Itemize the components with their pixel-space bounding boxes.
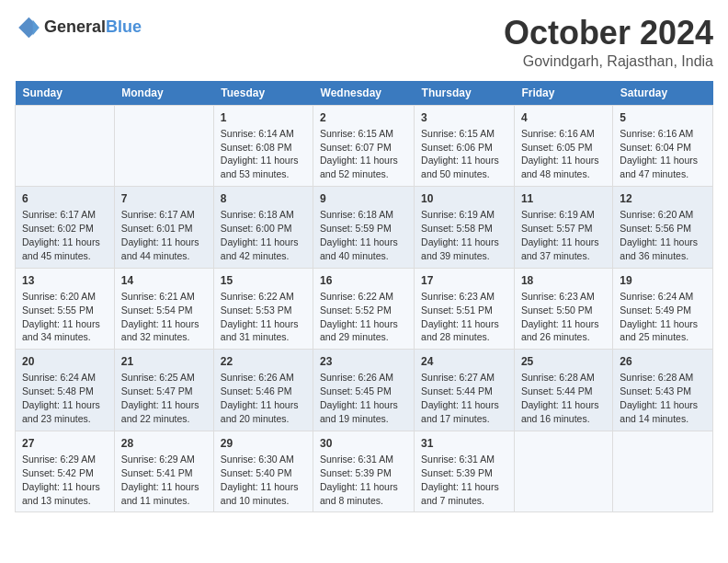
calendar-cell: 2Sunrise: 6:15 AMSunset: 6:07 PMDaylight… <box>313 105 415 187</box>
calendar-cell: 17Sunrise: 6:23 AMSunset: 5:51 PMDayligh… <box>415 268 515 350</box>
month-title: October 2024 <box>504 15 713 52</box>
sunrise-text: Sunrise: 6:26 AMSunset: 5:45 PMDaylight:… <box>320 372 398 424</box>
calendar-cell: 26Sunrise: 6:28 AMSunset: 5:43 PMDayligh… <box>613 350 713 431</box>
day-number: 25 <box>521 354 606 369</box>
title-block: October 2024 Govindgarh, Rajasthan, Indi… <box>504 15 713 70</box>
sunrise-text: Sunrise: 6:18 AMSunset: 5:59 PMDaylight:… <box>320 209 398 261</box>
day-number: 6 <box>22 191 108 206</box>
sunrise-text: Sunrise: 6:17 AMSunset: 6:01 PMDaylight:… <box>121 209 199 261</box>
sunrise-text: Sunrise: 6:20 AMSunset: 5:55 PMDaylight:… <box>22 291 100 343</box>
week-row-4: 20Sunrise: 6:24 AMSunset: 5:48 PMDayligh… <box>16 350 713 431</box>
day-number: 21 <box>121 354 207 369</box>
calendar-cell: 3Sunrise: 6:15 AMSunset: 6:06 PMDaylight… <box>415 105 515 187</box>
location-subtitle: Govindgarh, Rajasthan, India <box>504 53 713 70</box>
calendar-cell: 24Sunrise: 6:27 AMSunset: 5:44 PMDayligh… <box>415 350 515 431</box>
sunrise-text: Sunrise: 6:22 AMSunset: 5:53 PMDaylight:… <box>221 291 299 343</box>
calendar-cell: 15Sunrise: 6:22 AMSunset: 5:53 PMDayligh… <box>213 268 313 350</box>
day-number: 1 <box>221 110 306 125</box>
week-row-1: 1Sunrise: 6:14 AMSunset: 6:08 PMDaylight… <box>16 105 713 187</box>
calendar-cell: 8Sunrise: 6:18 AMSunset: 6:00 PMDaylight… <box>213 187 313 269</box>
sunrise-text: Sunrise: 6:28 AMSunset: 5:43 PMDaylight:… <box>620 372 698 424</box>
day-number: 18 <box>521 273 606 288</box>
sunrise-text: Sunrise: 6:19 AMSunset: 5:57 PMDaylight:… <box>521 209 599 261</box>
calendar-cell: 9Sunrise: 6:18 AMSunset: 5:59 PMDaylight… <box>313 187 415 269</box>
sunrise-text: Sunrise: 6:22 AMSunset: 5:52 PMDaylight:… <box>320 291 398 343</box>
calendar-cell: 18Sunrise: 6:23 AMSunset: 5:50 PMDayligh… <box>514 268 612 350</box>
logo-blue: Blue <box>106 18 142 37</box>
day-number: 28 <box>121 436 207 451</box>
day-number: 26 <box>620 354 706 369</box>
header-friday: Friday <box>514 81 612 106</box>
day-number: 30 <box>320 436 407 451</box>
sunrise-text: Sunrise: 6:18 AMSunset: 6:00 PMDaylight:… <box>221 209 299 261</box>
calendar-cell: 21Sunrise: 6:25 AMSunset: 5:47 PMDayligh… <box>114 350 213 431</box>
calendar-cell: 19Sunrise: 6:24 AMSunset: 5:49 PMDayligh… <box>613 268 713 350</box>
sunrise-text: Sunrise: 6:19 AMSunset: 5:58 PMDaylight:… <box>421 209 499 261</box>
day-number: 23 <box>320 354 407 369</box>
calendar-header-row: SundayMondayTuesdayWednesdayThursdayFrid… <box>16 81 713 106</box>
calendar-cell: 29Sunrise: 6:30 AMSunset: 5:40 PMDayligh… <box>213 431 313 512</box>
logo-icon <box>15 15 40 40</box>
calendar-cell: 7Sunrise: 6:17 AMSunset: 6:01 PMDaylight… <box>114 187 213 269</box>
day-number: 19 <box>620 273 706 288</box>
calendar-cell: 14Sunrise: 6:21 AMSunset: 5:54 PMDayligh… <box>114 268 213 350</box>
calendar-cell: 4Sunrise: 6:16 AMSunset: 6:05 PMDaylight… <box>514 105 612 187</box>
day-number: 15 <box>221 273 306 288</box>
sunrise-text: Sunrise: 6:28 AMSunset: 5:44 PMDaylight:… <box>521 372 599 424</box>
sunrise-text: Sunrise: 6:15 AMSunset: 6:07 PMDaylight:… <box>320 128 398 180</box>
sunrise-text: Sunrise: 6:16 AMSunset: 6:05 PMDaylight:… <box>521 128 599 180</box>
calendar-cell: 20Sunrise: 6:24 AMSunset: 5:48 PMDayligh… <box>16 350 115 431</box>
day-number: 3 <box>421 110 507 125</box>
day-number: 10 <box>421 191 507 206</box>
header-wednesday: Wednesday <box>313 81 415 106</box>
calendar-cell: 27Sunrise: 6:29 AMSunset: 5:42 PMDayligh… <box>16 431 115 512</box>
day-number: 12 <box>620 191 706 206</box>
week-row-3: 13Sunrise: 6:20 AMSunset: 5:55 PMDayligh… <box>16 268 713 350</box>
calendar-cell <box>16 105 115 187</box>
calendar-cell: 6Sunrise: 6:17 AMSunset: 6:02 PMDaylight… <box>16 187 115 269</box>
calendar-cell: 23Sunrise: 6:26 AMSunset: 5:45 PMDayligh… <box>313 350 415 431</box>
calendar-cell: 28Sunrise: 6:29 AMSunset: 5:41 PMDayligh… <box>114 431 213 512</box>
day-number: 29 <box>221 436 306 451</box>
calendar-cell: 11Sunrise: 6:19 AMSunset: 5:57 PMDayligh… <box>514 187 612 269</box>
calendar-cell: 1Sunrise: 6:14 AMSunset: 6:08 PMDaylight… <box>213 105 313 187</box>
sunrise-text: Sunrise: 6:29 AMSunset: 5:41 PMDaylight:… <box>121 454 199 506</box>
logo-general: General <box>44 18 106 37</box>
sunrise-text: Sunrise: 6:20 AMSunset: 5:56 PMDaylight:… <box>620 209 698 261</box>
calendar-cell: 12Sunrise: 6:20 AMSunset: 5:56 PMDayligh… <box>613 187 713 269</box>
header-saturday: Saturday <box>613 81 713 106</box>
calendar-cell: 5Sunrise: 6:16 AMSunset: 6:04 PMDaylight… <box>613 105 713 187</box>
header-sunday: Sunday <box>16 81 115 106</box>
sunrise-text: Sunrise: 6:16 AMSunset: 6:04 PMDaylight:… <box>620 128 698 180</box>
day-number: 8 <box>221 191 306 206</box>
calendar-cell <box>613 431 713 512</box>
calendar-cell: 30Sunrise: 6:31 AMSunset: 5:39 PMDayligh… <box>313 431 415 512</box>
day-number: 7 <box>121 191 207 206</box>
sunrise-text: Sunrise: 6:26 AMSunset: 5:46 PMDaylight:… <box>221 372 299 424</box>
sunrise-text: Sunrise: 6:27 AMSunset: 5:44 PMDaylight:… <box>421 372 499 424</box>
sunrise-text: Sunrise: 6:24 AMSunset: 5:49 PMDaylight:… <box>620 291 698 343</box>
day-number: 20 <box>22 354 108 369</box>
sunrise-text: Sunrise: 6:21 AMSunset: 5:54 PMDaylight:… <box>121 291 199 343</box>
sunrise-text: Sunrise: 6:31 AMSunset: 5:39 PMDaylight:… <box>421 454 499 506</box>
day-number: 11 <box>521 191 606 206</box>
day-number: 27 <box>22 436 108 451</box>
day-number: 13 <box>22 273 108 288</box>
logo: General Blue <box>15 15 142 40</box>
calendar-table: SundayMondayTuesdayWednesdayThursdayFrid… <box>15 81 713 513</box>
day-number: 14 <box>121 273 207 288</box>
sunrise-text: Sunrise: 6:24 AMSunset: 5:48 PMDaylight:… <box>22 372 100 424</box>
page-header: General Blue October 2024 Govindgarh, Ra… <box>15 15 713 70</box>
calendar-cell: 22Sunrise: 6:26 AMSunset: 5:46 PMDayligh… <box>213 350 313 431</box>
day-number: 2 <box>320 110 407 125</box>
sunrise-text: Sunrise: 6:23 AMSunset: 5:50 PMDaylight:… <box>521 291 599 343</box>
day-number: 24 <box>421 354 507 369</box>
calendar-cell <box>514 431 612 512</box>
sunrise-text: Sunrise: 6:29 AMSunset: 5:42 PMDaylight:… <box>22 454 100 506</box>
sunrise-text: Sunrise: 6:31 AMSunset: 5:39 PMDaylight:… <box>320 454 398 506</box>
calendar-cell: 16Sunrise: 6:22 AMSunset: 5:52 PMDayligh… <box>313 268 415 350</box>
calendar-cell: 25Sunrise: 6:28 AMSunset: 5:44 PMDayligh… <box>514 350 612 431</box>
calendar-cell: 10Sunrise: 6:19 AMSunset: 5:58 PMDayligh… <box>415 187 515 269</box>
week-row-5: 27Sunrise: 6:29 AMSunset: 5:42 PMDayligh… <box>16 431 713 512</box>
day-number: 22 <box>221 354 306 369</box>
